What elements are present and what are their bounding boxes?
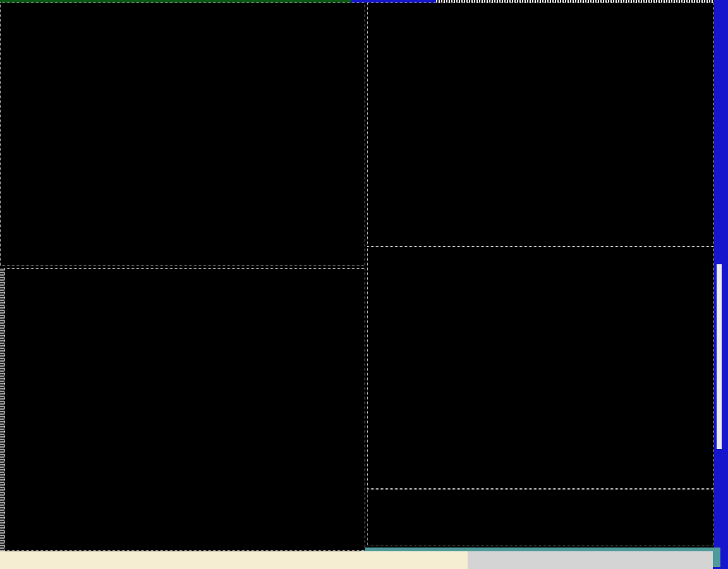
window-ir-plot: [0, 3, 365, 266]
desktop-left-dither: [0, 268, 4, 569]
window-platform-table: [367, 489, 714, 546]
terminal-console[interactable]: [0, 551, 468, 569]
zeb-display-screen: [0, 0, 728, 569]
time-control-bar: [468, 551, 713, 569]
window-maxdz-ppi: [4, 268, 365, 551]
window-cross-section-radialvelocity: [367, 247, 714, 489]
window-cross-section-maxdz: [367, 3, 714, 247]
window-edge-highlight: [717, 264, 722, 449]
